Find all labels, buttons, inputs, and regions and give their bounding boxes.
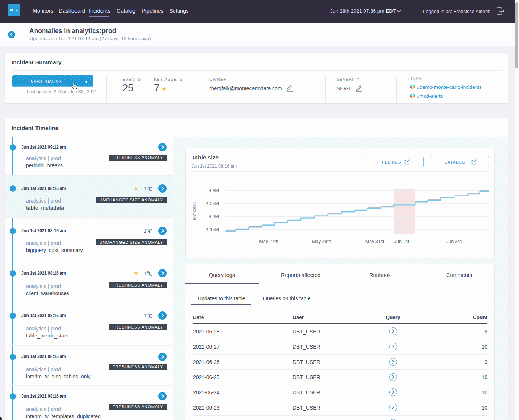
svg-text:Jun 1st: Jun 1st — [394, 239, 409, 244]
svg-text:4.15M: 4.15M — [206, 227, 219, 232]
svg-text:Jun 3rd: Jun 3rd — [446, 239, 462, 244]
svg-text:1: 1 — [144, 228, 146, 234]
svg-text:May 31st: May 31st — [365, 239, 384, 244]
svg-text:4.25M: 4.25M — [206, 201, 219, 206]
svg-text:st: st — [146, 185, 149, 189]
svg-text:4.3M: 4.3M — [209, 188, 219, 193]
svg-text:May 27th: May 27th — [259, 239, 278, 244]
svg-text:row count: row count — [192, 202, 196, 220]
svg-text:1: 1 — [144, 313, 146, 319]
svg-text:4.2M: 4.2M — [209, 214, 219, 219]
svg-text:May 29th: May 29th — [312, 239, 331, 244]
svg-text:1: 1 — [144, 186, 146, 191]
svg-text:st: st — [146, 270, 149, 274]
svg-text:st: st — [146, 313, 149, 316]
svg-text:st: st — [146, 228, 149, 231]
svg-text:1: 1 — [144, 271, 146, 276]
